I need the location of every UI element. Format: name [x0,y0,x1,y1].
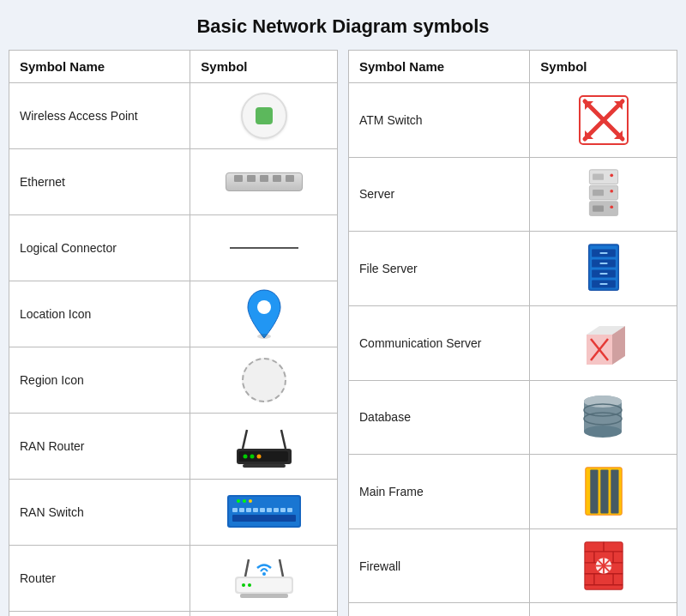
svg-rect-18 [274,508,279,512]
symbol-icon [530,603,677,616]
svg-rect-63 [599,252,607,254]
right-col2-header: Symbol [530,51,677,83]
symbol-icon [190,83,338,149]
table-row: Subnet Icon [9,612,338,617]
table-row: Main Frame [349,455,677,529]
symbol-icon [530,83,677,158]
svg-rect-79 [590,470,598,514]
svg-point-0 [257,300,271,314]
svg-rect-20 [287,508,292,512]
file-server-icon [540,243,666,294]
svg-point-22 [243,499,246,503]
table-row: Cloud [349,603,677,616]
symbol-icon [530,455,677,529]
symbol-icon [190,281,338,347]
symbol-name: File Server [349,232,530,306]
svg-rect-19 [280,508,286,512]
symbol-name: Server [349,157,530,232]
svg-rect-53 [593,206,604,212]
svg-point-21 [237,499,240,503]
svg-point-54 [610,174,613,178]
svg-point-23 [249,499,252,503]
symbol-name: Router [9,546,190,612]
svg-rect-14 [246,508,251,512]
symbol-icon [190,480,338,546]
symbol-icon [190,546,338,612]
svg-point-6 [243,454,247,458]
svg-rect-24 [232,515,296,522]
table-row: Router [9,546,338,612]
svg-line-25 [245,559,249,577]
symbol-name: ATM Switch [349,83,530,158]
left-table: Symbol Name Symbol Wireless Access Point… [9,50,338,616]
symbol-name: Communication Server [349,305,530,380]
ran-switch-icon [201,486,327,538]
svg-point-8 [256,454,261,458]
table-row: Wireless Access Point [9,83,338,149]
page-title: Basic Network Diagram symbols [196,0,489,50]
left-col2-header: Symbol [190,51,338,83]
svg-rect-12 [232,508,238,512]
symbol-name: RAN Router [9,414,190,480]
symbol-name: Firewall [349,528,530,603]
svg-rect-13 [239,508,244,512]
svg-rect-65 [599,273,607,275]
table-row: Region Icon [9,347,338,414]
svg-point-55 [610,190,613,193]
right-col1-header: Symbol Name [349,51,530,83]
svg-rect-17 [267,508,272,512]
symbol-icon [530,380,677,455]
table-row: RAN Switch [9,480,338,546]
symbol-name: RAN Switch [9,480,190,546]
table-row: RAN Router [9,414,338,480]
atm-switch-icon [540,94,666,146]
svg-line-26 [280,559,283,577]
svg-rect-66 [599,283,607,285]
svg-point-1 [257,334,271,339]
svg-point-27 [262,572,266,576]
wap-icon [241,93,287,139]
svg-point-56 [610,206,613,209]
symbol-name: Location Icon [9,281,190,347]
symbol-icon [190,347,338,414]
symbol-icon [190,149,338,215]
comm-server-icon [540,317,666,369]
svg-rect-15 [253,508,258,512]
symbol-name: Logical Connector [9,215,190,281]
region-icon [242,358,286,402]
left-col1-header: Symbol Name [9,51,190,83]
symbol-name: Cloud [349,603,530,616]
symbol-name: Wireless Access Point [9,83,190,149]
server-icon [540,168,666,220]
table-row: Ethernet [9,149,338,215]
database-icon [540,391,666,443]
symbol-name: Database [349,380,530,455]
table-row: ATM Switch [349,83,677,158]
svg-point-31 [248,583,251,587]
table-row: Location Icon [9,281,338,347]
svg-rect-9 [243,464,286,468]
symbol-name: Ethernet [9,149,190,215]
symbol-icon [190,612,338,617]
table-row: Logical Connector [9,215,338,281]
symbol-icon [190,215,338,281]
table-row: Server [349,157,677,232]
svg-point-30 [242,583,245,587]
mainframe-icon [540,466,666,517]
table-row: File Server [349,232,677,306]
svg-line-3 [281,430,286,449]
svg-point-74 [584,426,622,438]
table-row: Firewall [349,528,677,603]
symbol-icon [190,414,338,480]
svg-rect-64 [599,263,607,264]
svg-line-2 [243,430,247,449]
symbol-icon [530,232,677,306]
firewall-icon [540,541,666,592]
symbol-icon [530,305,677,380]
symbol-icon [530,157,677,232]
ethernet-icon [226,172,303,191]
svg-rect-16 [260,508,265,512]
svg-point-7 [250,454,254,458]
logical-connector-icon [230,247,298,249]
svg-rect-81 [611,470,618,514]
